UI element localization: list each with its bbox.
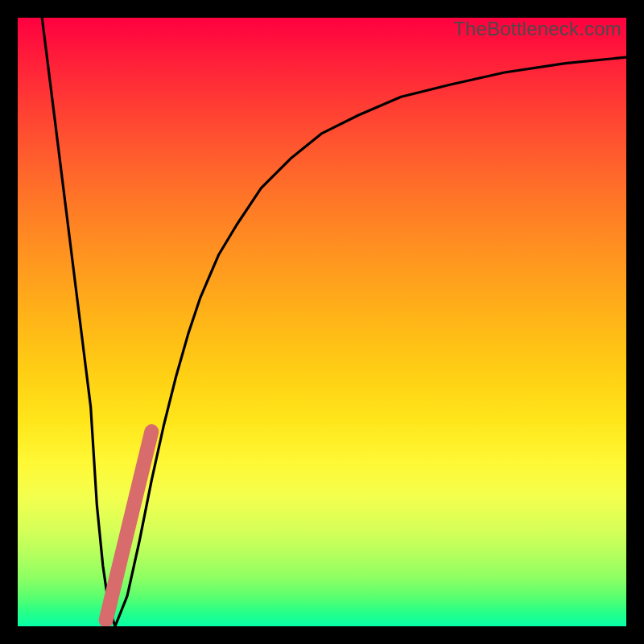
- plot-area: TheBottleneck.com: [18, 18, 626, 626]
- chart-frame: TheBottleneck.com: [0, 0, 644, 644]
- curves-svg: [18, 18, 626, 626]
